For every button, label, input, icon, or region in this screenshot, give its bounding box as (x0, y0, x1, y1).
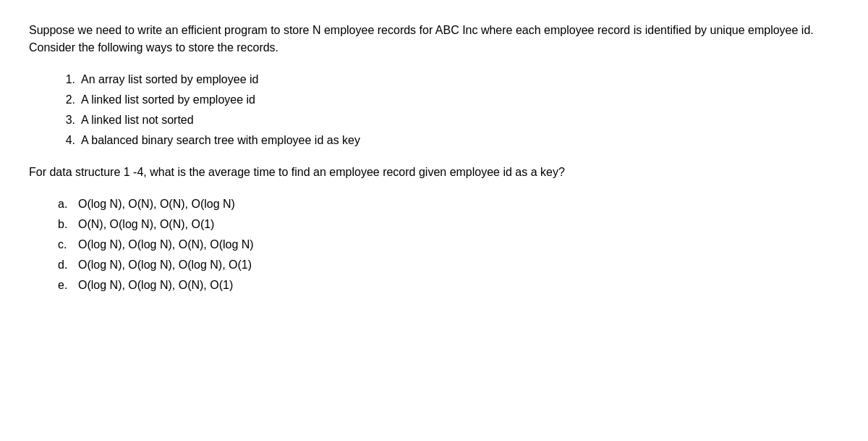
lettered-list: a.O(log N), O(N), O(N), O(log N)b.O(N), … (58, 196, 839, 294)
list-number: 3. (58, 112, 75, 129)
list-item-text: O(log N), O(log N), O(log N), O(1) (78, 256, 252, 274)
list-letter: c. (58, 236, 72, 253)
list-number: 1. (58, 71, 75, 88)
numbered-list-item: 2.A linked list sorted by employee id (58, 91, 839, 109)
list-number: 2. (58, 91, 75, 109)
lettered-list-item: e.O(log N), O(log N), O(N), O(1) (58, 277, 839, 294)
list-item-text: A linked list not sorted (81, 112, 194, 129)
lettered-list-item: a.O(log N), O(N), O(N), O(log N) (58, 196, 839, 213)
list-item-text: O(log N), O(N), O(N), O(log N) (78, 196, 235, 213)
intro-paragraph: Suppose we need to write an efficient pr… (29, 22, 839, 56)
list-letter: e. (58, 277, 72, 294)
numbered-list-item: 1.An array list sorted by employee id (58, 71, 839, 88)
numbered-list-item: 3.A linked list not sorted (58, 112, 839, 129)
list-number: 4. (58, 132, 75, 149)
lettered-list-item: c.O(log N), O(log N), O(N), O(log N) (58, 236, 839, 253)
numbered-list: 1.An array list sorted by employee id2.A… (58, 71, 839, 149)
list-letter: a. (58, 196, 72, 213)
list-item-text: A linked list sorted by employee id (81, 91, 255, 109)
list-letter: d. (58, 256, 72, 274)
list-item-text: A balanced binary search tree with emplo… (81, 132, 360, 149)
list-item-text: O(log N), O(log N), O(N), O(log N) (78, 236, 254, 253)
list-item-text: O(N), O(log N), O(N), O(1) (78, 216, 214, 233)
list-item-text: An array list sorted by employee id (81, 71, 258, 88)
lettered-list-item: d.O(log N), O(log N), O(log N), O(1) (58, 256, 839, 274)
numbered-list-item: 4.A balanced binary search tree with emp… (58, 132, 839, 149)
list-letter: b. (58, 216, 72, 233)
question-paragraph: For data structure 1 -4, what is the ave… (29, 164, 839, 181)
lettered-list-item: b.O(N), O(log N), O(N), O(1) (58, 216, 839, 233)
list-item-text: O(log N), O(log N), O(N), O(1) (78, 277, 233, 294)
